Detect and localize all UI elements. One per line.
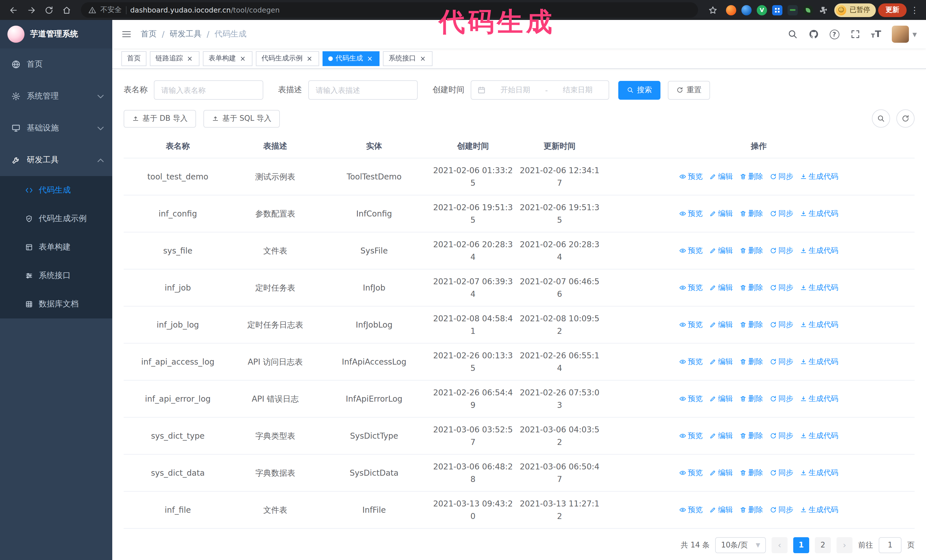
generate-code-link[interactable]: 生成代码: [800, 207, 838, 220]
forward-button[interactable]: [23, 2, 39, 18]
home-button[interactable]: [59, 2, 74, 18]
sidebar-toggle[interactable]: [121, 29, 132, 39]
sidebar-item-codegen[interactable]: 代码生成: [0, 176, 112, 205]
sync-link[interactable]: 同步: [770, 207, 793, 220]
extension-grid-icon[interactable]: [772, 5, 782, 15]
preview-link[interactable]: 预览: [679, 503, 703, 516]
preview-link[interactable]: 预览: [679, 318, 703, 331]
page-button-1[interactable]: 1: [793, 537, 809, 553]
next-page-button[interactable]: ›: [837, 537, 852, 553]
generate-code-link[interactable]: 生成代码: [800, 503, 838, 516]
tab-system-api[interactable]: 系统接口×: [383, 51, 433, 66]
menu-kebab-icon[interactable]: ⋮: [909, 5, 920, 15]
goto-page-input[interactable]: [879, 537, 902, 553]
delete-link[interactable]: 删除: [740, 355, 763, 368]
reload-button[interactable]: [41, 2, 56, 18]
tab-form-builder[interactable]: 表单构建×: [203, 51, 253, 66]
edit-link[interactable]: 编辑: [710, 318, 733, 331]
sync-link[interactable]: 同步: [770, 466, 793, 479]
sync-link[interactable]: 同步: [770, 429, 793, 442]
delete-link[interactable]: 删除: [740, 318, 763, 331]
sidebar-item-system[interactable]: 系统管理: [0, 80, 112, 112]
preview-link[interactable]: 预览: [679, 281, 703, 294]
close-icon[interactable]: ×: [306, 54, 313, 62]
close-icon[interactable]: ×: [239, 54, 247, 62]
edit-link[interactable]: 编辑: [710, 281, 733, 294]
generate-code-link[interactable]: 生成代码: [800, 281, 838, 294]
profile-badge[interactable]: ☺ 已暂停: [834, 3, 876, 17]
sidebar-item-db-doc[interactable]: 数据库文档: [0, 290, 112, 318]
sync-link[interactable]: 同步: [770, 392, 793, 405]
create-time-range-picker[interactable]: 开始日期 - 结束日期: [471, 80, 609, 100]
preview-link[interactable]: 预览: [679, 170, 703, 183]
edit-link[interactable]: 编辑: [710, 207, 733, 220]
generate-code-link[interactable]: 生成代码: [800, 318, 838, 331]
github-icon[interactable]: [808, 29, 819, 39]
sidebar-item-home[interactable]: 首页: [0, 48, 112, 80]
import-sql-button[interactable]: 基于 SQL 导入: [203, 110, 280, 127]
app-logo[interactable]: 芋道管理系统: [0, 20, 112, 48]
extension-dark-icon[interactable]: [788, 5, 798, 15]
page-button-2[interactable]: 2: [815, 537, 831, 553]
delete-link[interactable]: 删除: [740, 207, 763, 220]
preview-link[interactable]: 预览: [679, 207, 703, 220]
sidebar-item-codegen-example[interactable]: 代码生成示例: [0, 205, 112, 233]
preview-link[interactable]: 预览: [679, 355, 703, 368]
preview-link[interactable]: 预览: [679, 429, 703, 442]
tab-codegen[interactable]: 代码生成×: [322, 51, 380, 66]
generate-code-link[interactable]: 生成代码: [800, 355, 838, 368]
address-bar[interactable]: 不安全 dashboard.yudao.iocoder.cn/tool/code…: [81, 2, 698, 18]
preview-link[interactable]: 预览: [679, 466, 703, 479]
generate-code-link[interactable]: 生成代码: [800, 429, 838, 442]
close-icon[interactable]: ×: [419, 54, 427, 62]
tab-home[interactable]: 首页: [121, 51, 147, 66]
generate-code-link[interactable]: 生成代码: [800, 392, 838, 405]
sync-link[interactable]: 同步: [770, 503, 793, 516]
refresh-table-button[interactable]: [896, 109, 915, 128]
extension-leaf-icon[interactable]: [803, 5, 813, 15]
generate-code-link[interactable]: 生成代码: [800, 244, 838, 257]
sync-link[interactable]: 同步: [770, 355, 793, 368]
close-icon[interactable]: ×: [186, 54, 194, 62]
sidebar-item-dev-tools[interactable]: 研发工具: [0, 144, 112, 176]
sync-link[interactable]: 同步: [770, 244, 793, 257]
prev-page-button[interactable]: ‹: [772, 537, 788, 553]
delete-link[interactable]: 删除: [740, 503, 763, 516]
sync-link[interactable]: 同步: [770, 318, 793, 331]
reset-button[interactable]: 重置: [668, 81, 710, 100]
search-button[interactable]: 搜索: [618, 81, 660, 100]
edit-link[interactable]: 编辑: [710, 355, 733, 368]
breadcrumb-home[interactable]: 首页: [141, 29, 157, 39]
sidebar-item-form-builder[interactable]: 表单构建: [0, 233, 112, 261]
generate-code-link[interactable]: 生成代码: [800, 466, 838, 479]
close-icon[interactable]: ×: [366, 54, 374, 62]
table-name-input[interactable]: [154, 80, 263, 100]
table-desc-input[interactable]: [308, 80, 418, 100]
edit-link[interactable]: 编辑: [710, 466, 733, 479]
page-size-select[interactable]: 10条/页 ▼: [716, 537, 766, 553]
sidebar-item-infra[interactable]: 基础设施: [0, 112, 112, 144]
header-search-icon[interactable]: [787, 29, 797, 39]
update-button[interactable]: 更新: [878, 3, 906, 17]
sidebar-item-system-api[interactable]: 系统接口: [0, 261, 112, 290]
tab-tracing[interactable]: 链路追踪×: [150, 51, 200, 66]
bookmark-star-icon[interactable]: [705, 2, 720, 18]
edit-link[interactable]: 编辑: [710, 503, 733, 516]
user-menu[interactable]: ▼: [892, 26, 917, 43]
generate-code-link[interactable]: 生成代码: [800, 170, 838, 183]
edit-link[interactable]: 编辑: [710, 429, 733, 442]
fullscreen-icon[interactable]: [850, 29, 860, 39]
extensions-puzzle-icon[interactable]: [818, 5, 829, 15]
back-button[interactable]: [6, 2, 21, 18]
extension-v-icon[interactable]: V: [757, 5, 767, 15]
extension-fox-icon[interactable]: [726, 5, 736, 15]
import-db-button[interactable]: 基于 DB 导入: [124, 110, 196, 127]
delete-link[interactable]: 删除: [740, 244, 763, 257]
delete-link[interactable]: 删除: [740, 429, 763, 442]
delete-link[interactable]: 删除: [740, 466, 763, 479]
edit-link[interactable]: 编辑: [710, 244, 733, 257]
font-size-icon[interactable]: TT: [871, 30, 881, 39]
help-icon[interactable]: ?: [829, 29, 839, 39]
extension-drop-icon[interactable]: [741, 5, 752, 15]
edit-link[interactable]: 编辑: [710, 392, 733, 405]
